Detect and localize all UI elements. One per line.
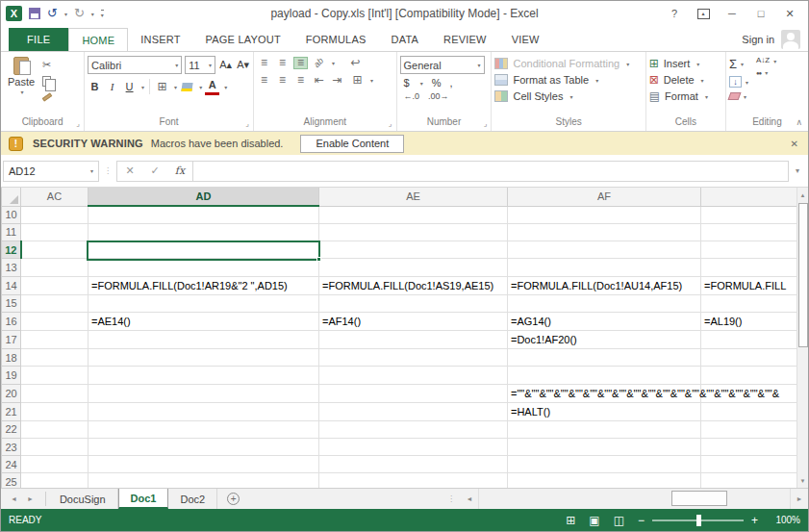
accounting-format-button[interactable]: $ — [404, 77, 410, 89]
zoom-out-button[interactable]: − — [638, 516, 645, 525]
cell-AF12[interactable] — [508, 241, 701, 259]
row-header-19[interactable]: 19 — [2, 367, 21, 384]
font-dialog-launcher[interactable]: ⌟ — [245, 120, 249, 128]
orientation-button[interactable]: ab — [310, 54, 329, 73]
vertical-scroll-thumb[interactable] — [798, 203, 808, 347]
next-sheet-button[interactable]: ► — [27, 495, 34, 502]
cell-AE20[interactable] — [319, 384, 508, 402]
cell-AD21[interactable] — [88, 402, 319, 420]
row-header-15[interactable]: 15 — [2, 294, 21, 312]
paste-dropdown-icon[interactable]: ▾ — [20, 89, 23, 95]
page-layout-view-button[interactable]: ▣ — [589, 514, 599, 527]
column-header-AC[interactable]: AC — [21, 188, 88, 206]
underline-button[interactable]: U — [122, 78, 137, 95]
scroll-up-button[interactable]: ▲ — [797, 188, 808, 202]
clear-button[interactable]: ▾ — [729, 92, 748, 100]
customize-qat-icon[interactable]: ▾ — [101, 10, 104, 18]
cell-styles-button[interactable]: Cell Styles▾ — [494, 90, 642, 102]
cell-AG12[interactable] — [701, 241, 809, 259]
normal-view-button[interactable]: ⊞ — [566, 514, 575, 527]
align-left-button[interactable]: ≡ — [257, 74, 271, 87]
column-header-AF[interactable]: AF — [508, 188, 701, 206]
autosum-button[interactable]: Σ▾ — [729, 57, 748, 71]
enter-entry-icon[interactable]: ✓ — [142, 165, 167, 177]
prev-sheet-button[interactable]: ◄ — [11, 495, 17, 502]
sort-filter-button[interactable]: A↓Z▾ — [756, 57, 776, 64]
scroll-down-button[interactable]: ▼ — [797, 473, 808, 488]
cell-AG24[interactable] — [701, 456, 809, 473]
column-header-AE[interactable]: AE — [319, 188, 508, 206]
top-align-button[interactable]: ≡ — [257, 57, 271, 69]
user-avatar[interactable] — [781, 30, 800, 49]
cell-AG10[interactable] — [701, 206, 809, 223]
formula-bar-splitter[interactable]: ⋮ — [99, 166, 116, 175]
cell-AE25[interactable] — [319, 473, 508, 488]
cell-AG17[interactable] — [701, 330, 809, 348]
row-header-13[interactable]: 13 — [2, 259, 21, 276]
conditional-formatting-button[interactable]: Conditional Formatting▾ — [494, 58, 642, 69]
cell-AG21[interactable] — [701, 402, 809, 420]
cell-AC20[interactable] — [21, 384, 88, 402]
cell-AF20[interactable]: =""&""&""&""&""&""&""&""&""&""&""&""&""&… — [508, 384, 701, 402]
column-header-AG[interactable]: AG — [701, 188, 809, 206]
cell-AE21[interactable] — [319, 402, 508, 420]
delete-cells-button[interactable]: ⊠ Delete▾ — [649, 74, 722, 86]
cell-AG14[interactable]: =FORMULA.FILL — [701, 276, 809, 294]
sheet-tab-doc1[interactable]: Doc1 — [118, 489, 169, 509]
cell-AG22[interactable] — [701, 420, 809, 438]
scroll-left-button[interactable]: ◄ — [461, 495, 478, 502]
tab-scroll-splitter[interactable]: ⋮ — [447, 494, 461, 503]
shrink-font-button[interactable]: A▾ — [236, 57, 250, 74]
cell-AC17[interactable] — [21, 330, 88, 348]
column-header-AD[interactable]: AD — [88, 188, 319, 206]
select-all-corner[interactable] — [2, 188, 21, 206]
cell-AF17[interactable]: =Doc1!AF20() — [508, 330, 701, 348]
cell-AG11[interactable] — [701, 223, 809, 241]
cell-AF10[interactable] — [508, 206, 701, 223]
borders-button[interactable]: ⊞ — [155, 78, 169, 95]
cell-AD20[interactable] — [88, 384, 319, 402]
row-header-18[interactable]: 18 — [2, 348, 21, 366]
bottom-align-button[interactable]: ≡ — [293, 57, 308, 69]
tab-data[interactable]: DATA — [379, 28, 432, 51]
name-box[interactable]: AD12▾ — [3, 161, 99, 182]
cell-AD11[interactable] — [88, 223, 319, 241]
cell-AD17[interactable] — [88, 330, 319, 348]
cell-AC24[interactable] — [21, 456, 88, 473]
save-icon[interactable] — [29, 8, 40, 19]
redo-dropdown-icon[interactable]: ▾ — [91, 11, 94, 17]
sheet-tab-doc2[interactable]: Doc2 — [168, 489, 217, 509]
cell-AF14[interactable]: =FORMULA.FILL(Doc1!AU14,AF15) — [508, 276, 701, 294]
cell-AE24[interactable] — [319, 456, 508, 473]
cell-AD12[interactable] — [88, 241, 319, 259]
cancel-entry-icon[interactable]: ✕ — [117, 165, 142, 177]
horizontal-scroll-thumb[interactable] — [671, 491, 727, 506]
warning-close-icon[interactable]: ✕ — [791, 139, 798, 149]
insert-cells-button[interactable]: ⊞ Insert▾ — [649, 58, 722, 69]
help-button[interactable]: ? — [662, 4, 687, 23]
redo-icon[interactable]: ↻ — [74, 8, 85, 19]
cell-AD19[interactable] — [88, 367, 319, 384]
cell-AE23[interactable] — [319, 438, 508, 455]
underline-dropdown-icon[interactable]: ▾ — [141, 84, 144, 90]
fill-color-button[interactable] — [180, 78, 194, 95]
cell-AD23[interactable] — [88, 438, 319, 455]
cell-AG18[interactable] — [701, 348, 809, 366]
cell-AC10[interactable] — [21, 206, 88, 223]
row-header-12[interactable]: 12 — [2, 241, 21, 259]
wrap-text-button[interactable]: ↩ — [348, 57, 363, 69]
cell-AD24[interactable] — [88, 456, 319, 473]
row-header-10[interactable]: 10 — [2, 206, 21, 223]
format-cells-button[interactable]: ▤ Format▾ — [649, 90, 722, 102]
copy-button[interactable]: ▾ — [42, 74, 56, 88]
excel-logo-icon[interactable]: X — [6, 6, 22, 21]
row-header-11[interactable]: 11 — [2, 223, 21, 241]
decrease-indent-button[interactable]: ⇤ — [312, 74, 326, 87]
row-header-14[interactable]: 14 — [2, 276, 21, 294]
row-header-24[interactable]: 24 — [2, 456, 21, 473]
zoom-slider-thumb[interactable] — [696, 515, 701, 526]
row-header-21[interactable]: 21 — [2, 402, 21, 420]
undo-dropdown-icon[interactable]: ▾ — [64, 11, 67, 17]
zoom-in-button[interactable]: + — [751, 516, 758, 525]
cell-AE22[interactable] — [319, 420, 508, 438]
